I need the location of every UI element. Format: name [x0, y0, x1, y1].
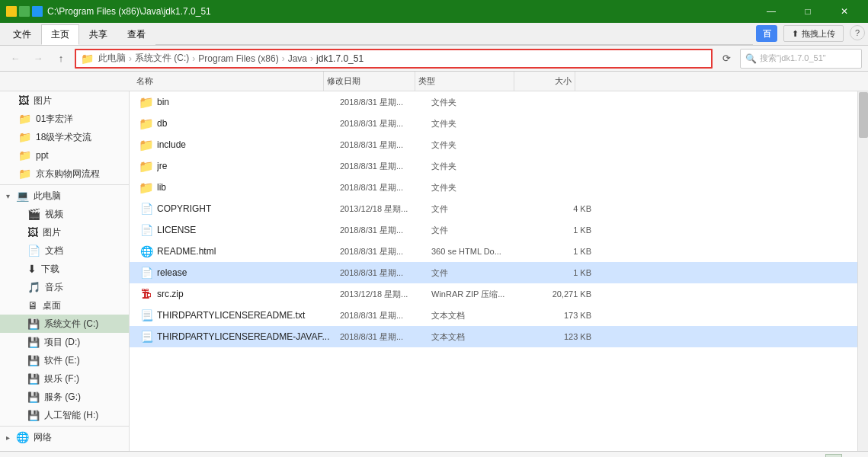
- file-name-readme: README.html: [157, 246, 340, 257]
- ribbon-tabs: 文件 主页 共享 查看 百 ⬆ 拖拽上传 ?: [0, 23, 868, 45]
- file-size-copyright: 4 KB: [530, 204, 591, 213]
- minimize-button[interactable]: —: [754, 0, 789, 23]
- sidebar-item-f[interactable]: 💾 娱乐 (F:): [0, 369, 129, 388]
- file-name-license: LICENSE: [157, 225, 340, 235]
- maximize-button[interactable]: □: [790, 0, 825, 23]
- col-header-size[interactable]: 大小: [514, 72, 575, 91]
- search-box[interactable]: 🔍 搜索"jdk1.7.0_51": [740, 49, 862, 69]
- sidebar-item-d[interactable]: 💾 项目 (D:): [0, 333, 129, 351]
- file-name-tplrj: THIRDPARTYLICENSEREADME-JAVAF...: [157, 331, 340, 342]
- scrollbar-track[interactable]: [857, 91, 868, 451]
- status-bar: 12 个项目 https://blog.csdn.net/qq_341 ☰ ⊞: [0, 451, 868, 457]
- upload-button[interactable]: ⬆ 拖拽上传: [783, 25, 844, 42]
- sidebar-item-01lhy[interactable]: 📁 01李宏洋: [0, 110, 129, 128]
- tab-view[interactable]: 查看: [117, 24, 155, 45]
- sidebar-item-e[interactable]: 💾 软件 (E:): [0, 351, 129, 369]
- file-row-lib[interactable]: 📁 lib 2018/8/31 星期... 文件夹: [130, 177, 857, 198]
- sidebar-item-18[interactable]: 📁 18级学术交流: [0, 128, 129, 146]
- file-row-db[interactable]: 📁 db 2018/8/31 星期... 文件夹: [130, 113, 857, 134]
- refresh-button[interactable]: ⟳: [717, 50, 735, 68]
- address-path[interactable]: 📁 此电脑 › 系统文件 (C:) › Program Files (x86) …: [75, 49, 713, 69]
- file-type-tplrj: 文本文档: [431, 331, 530, 343]
- file-icon-release: 📄: [136, 267, 157, 279]
- drive-h-icon: 💾: [27, 410, 40, 421]
- close-button[interactable]: ✕: [827, 0, 862, 23]
- tab-share[interactable]: 共享: [79, 24, 117, 45]
- main-container: 🖼 图片 📁 01李宏洋 📁 18级学术交流 📁 ppt 📁 京东购物网流程 ▾…: [0, 91, 868, 451]
- view-large-button[interactable]: ⊞: [845, 454, 862, 458]
- address-bar: ← → ↑ 📁 此电脑 › 系统文件 (C:) › Program Files …: [0, 46, 868, 72]
- file-name-copyright: COPYRIGHT: [157, 203, 340, 214]
- up-button[interactable]: ↑: [52, 50, 70, 68]
- file-name-bin: bin: [157, 97, 340, 107]
- help-button[interactable]: ?: [850, 25, 865, 40]
- file-date-tplrj: 2018/8/31 星期...: [340, 331, 431, 343]
- drive-e-icon: 💾: [27, 355, 40, 366]
- sidebar-item-pictures[interactable]: 🖼 图片: [0, 91, 129, 110]
- folder-icon-01: 📁: [18, 113, 31, 125]
- sidebar-label-network: 网络: [34, 431, 52, 444]
- file-date-readme: 2018/8/31 星期...: [340, 246, 431, 257]
- sidebar-item-thispc[interactable]: ▾ 💻 此电脑: [0, 187, 129, 205]
- file-row-license[interactable]: 📄 LICENSE 2018/8/31 星期... 文件 1 KB: [130, 219, 857, 241]
- file-row-tplr[interactable]: 📃 THIRDPARTYLICENSEREADME.txt 2018/8/31 …: [130, 305, 857, 326]
- file-icon-include: 📁: [136, 138, 157, 152]
- sidebar-item-download[interactable]: ⬇ 下载: [0, 260, 129, 278]
- sidebar-label-ppt: ppt: [36, 150, 49, 161]
- sidebar-item-c[interactable]: 💾 系统文件 (C:): [0, 315, 129, 333]
- file-date-bin: 2018/8/31 星期...: [340, 97, 431, 108]
- col-header-date[interactable]: 修改日期: [324, 72, 415, 91]
- baidu-icon[interactable]: 百: [756, 25, 777, 42]
- folder-icon-ppt: 📁: [18, 149, 31, 161]
- path-pf: Program Files (x86): [198, 53, 278, 64]
- sidebar-item-jd[interactable]: 📁 京东购物网流程: [0, 165, 129, 183]
- file-row-readme[interactable]: 🌐 README.html 2018/8/31 星期... 360 se HTM…: [130, 241, 857, 262]
- scrollbar-thumb[interactable]: [859, 92, 868, 138]
- file-row-release[interactable]: 📄 release 2018/8/31 星期... 文件 1 KB: [130, 262, 857, 283]
- back-button[interactable]: ←: [6, 50, 24, 68]
- sidebar-item-doc[interactable]: 📄 文档: [0, 241, 129, 260]
- path-pc: 此电脑: [98, 52, 126, 65]
- sidebar-label-jd: 京东购物网流程: [36, 168, 100, 181]
- file-date-srczip: 2013/12/18 星期...: [340, 289, 431, 300]
- sidebar-item-music[interactable]: 🎵 音乐: [0, 278, 129, 296]
- sidebar-label-18: 18级学术交流: [36, 131, 91, 144]
- file-date-lib: 2018/8/31 星期...: [340, 182, 431, 193]
- sidebar-sep1: [0, 184, 129, 185]
- file-row-srczip[interactable]: 🗜 src.zip 2013/12/18 星期... WinRAR ZIP 压缩…: [130, 283, 857, 305]
- col-header-type[interactable]: 类型: [415, 72, 514, 91]
- sidebar-item-network[interactable]: ▸ 🌐 网络: [0, 428, 129, 446]
- sidebar-label-doc: 文档: [45, 244, 63, 257]
- view-details-button[interactable]: ☰: [825, 454, 842, 458]
- file-row-tplrj[interactable]: 📃 THIRDPARTYLICENSEREADME-JAVAF... 2018/…: [130, 326, 857, 347]
- thispc-icon: 💻: [16, 190, 29, 202]
- sidebar-item-ppt[interactable]: 📁 ppt: [0, 146, 129, 165]
- sidebar-item-video[interactable]: 🎬 视频: [0, 205, 129, 223]
- col-header-name[interactable]: 名称: [133, 72, 324, 91]
- title-bar: C:\Program Files (x86)\Java\jdk1.7.0_51 …: [0, 0, 868, 23]
- sidebar-label-f: 娱乐 (F:): [44, 372, 79, 385]
- sidebar-item-g[interactable]: 💾 服务 (G:): [0, 388, 129, 406]
- file-type-license: 文件: [431, 225, 530, 236]
- file-type-bin: 文件夹: [431, 97, 530, 108]
- sidebar-item-desktop[interactable]: 🖥 桌面: [0, 296, 129, 315]
- file-size-srczip: 20,271 KB: [530, 289, 591, 299]
- file-date-release: 2018/8/31 星期...: [340, 267, 431, 279]
- sidebar-label-download: 下载: [41, 263, 59, 276]
- search-placeholder: 搜索"jdk1.7.0_51": [760, 53, 826, 64]
- file-icon-copyright: 📄: [136, 203, 157, 215]
- file-type-srczip: WinRAR ZIP 压缩...: [431, 289, 530, 300]
- tab-home[interactable]: 主页: [41, 24, 79, 45]
- path-folder-icon: 📁: [81, 53, 94, 65]
- forward-button[interactable]: →: [29, 50, 47, 68]
- sidebar-item-h[interactable]: 💾 人工智能 (H:): [0, 406, 129, 424]
- file-row-bin[interactable]: 📁 bin 2018/8/31 星期... 文件夹: [130, 91, 857, 113]
- file-icon-license: 📄: [136, 224, 157, 236]
- file-row-include[interactable]: 📁 include 2018/8/31 星期... 文件夹: [130, 134, 857, 155]
- file-date-db: 2018/8/31 星期...: [340, 118, 431, 129]
- file-row-copyright[interactable]: 📄 COPYRIGHT 2013/12/18 星期... 文件 4 KB: [130, 198, 857, 219]
- file-type-jre: 文件夹: [431, 161, 530, 172]
- file-row-jre[interactable]: 📁 jre 2018/8/31 星期... 文件夹: [130, 155, 857, 177]
- sidebar-item-pic[interactable]: 🖼 图片: [0, 223, 129, 241]
- tab-file[interactable]: 文件: [3, 24, 41, 45]
